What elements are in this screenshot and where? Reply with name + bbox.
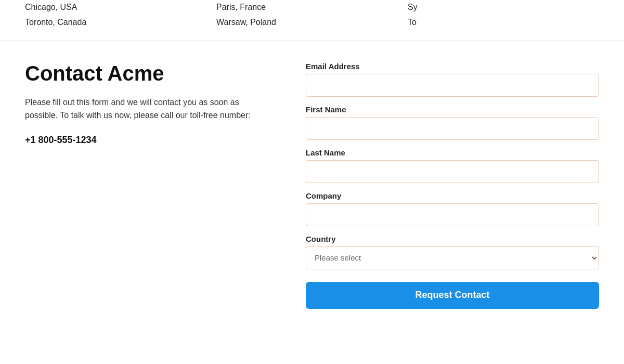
lastname-group: Last Name <box>306 148 599 183</box>
company-input[interactable] <box>306 203 599 226</box>
submit-button[interactable]: Request Contact <box>306 282 599 309</box>
city-to-partial: To <box>408 15 599 30</box>
contact-title: Contact Acme <box>25 62 264 85</box>
firstname-group: First Name <box>306 105 599 140</box>
city-chicago: Chicago, USA <box>25 0 216 15</box>
city-warsaw: Warsaw, Poland <box>216 15 408 30</box>
city-toronto: Toronto, Canada <box>25 15 216 30</box>
email-group: Email Address <box>306 62 599 97</box>
cities-col-2: Paris, France Warsaw, Poland <box>216 0 408 30</box>
firstname-input[interactable] <box>306 117 599 140</box>
city-sy-partial: Sy <box>408 0 599 15</box>
country-select[interactable]: Please select United States Canada Franc… <box>306 246 599 269</box>
lastname-label: Last Name <box>306 148 599 157</box>
city-paris: Paris, France <box>216 0 408 15</box>
contact-phone: +1 800-555-1234 <box>25 135 264 146</box>
country-group: Country Please select United States Cana… <box>306 235 599 269</box>
cities-col-1: Chicago, USA Toronto, Canada <box>25 0 216 30</box>
email-input[interactable] <box>306 74 599 97</box>
contact-form: Email Address First Name Last Name Compa… <box>306 62 599 309</box>
contact-section: Contact Acme Please fill out this form a… <box>0 62 624 309</box>
cities-col-3: Sy To <box>408 0 599 30</box>
company-label: Company <box>306 191 599 200</box>
contact-description: Please fill out this form and we will co… <box>25 96 264 122</box>
country-label: Country <box>306 235 599 243</box>
email-label: Email Address <box>306 62 599 71</box>
contact-left-panel: Contact Acme Please fill out this form a… <box>25 62 264 309</box>
firstname-label: First Name <box>306 105 599 114</box>
lastname-input[interactable] <box>306 160 599 183</box>
top-cities-section: Chicago, USA Toronto, Canada Paris, Fran… <box>0 0 624 41</box>
section-divider <box>0 41 624 41</box>
company-group: Company <box>306 191 599 226</box>
